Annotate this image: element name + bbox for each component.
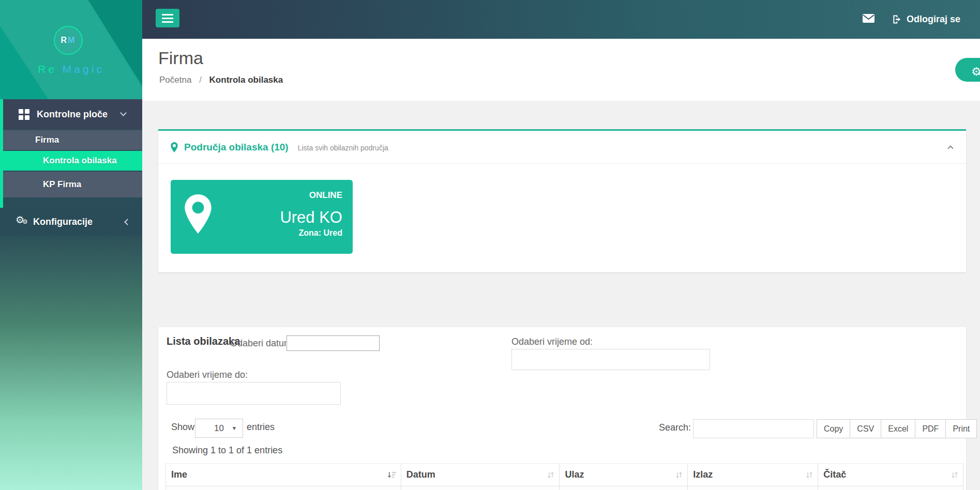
logo-block: R M Re Magic	[0, 0, 142, 99]
column-header-datum[interactable]: Datum	[401, 464, 560, 486]
area-zone: Zona: Ured	[299, 228, 342, 238]
search-label: Search:	[659, 422, 691, 433]
breadcrumb-home-link[interactable]: Početna	[159, 75, 191, 85]
gears-icon: ⚙⚙	[16, 216, 29, 227]
date-input[interactable]	[287, 335, 380, 351]
caret-down-icon: ▼	[232, 425, 237, 431]
sidebar-item-label: Kontrola obilaska	[43, 156, 117, 166]
time-to-input[interactable]	[167, 382, 341, 405]
collapse-chevron-up-icon[interactable]	[947, 145, 953, 151]
sidebar-item-label: Konfiguracije	[33, 217, 93, 227]
logout-button[interactable]: Odlogiraj se	[892, 14, 960, 25]
search-input[interactable]	[693, 419, 814, 438]
breadcrumb-separator: /	[199, 75, 202, 85]
export-button-group: Copy CSV Excel PDF Print	[817, 419, 977, 438]
visits-table: Ime Datum Ulaz	[165, 463, 963, 490]
envelope-icon	[863, 14, 875, 23]
areas-panel: Područja obilaska (10) Lista svih obilaz…	[158, 129, 966, 272]
logout-label: Odlogiraj se	[907, 14, 960, 25]
page-size-value: 10	[214, 423, 224, 434]
sidebar-item-firma[interactable]: Firma	[3, 130, 142, 150]
map-marker-icon	[171, 142, 178, 152]
sign-out-icon	[892, 14, 902, 24]
areas-panel-title: Područja obilaska (10)	[184, 142, 289, 153]
messages-icon[interactable]	[863, 14, 875, 25]
breadcrumb: Početna / Kontrola obilaska	[159, 75, 283, 85]
sidebar-item-label: KP Firma	[43, 179, 81, 190]
area-card-ured-ko[interactable]: ONLINE Ured KO Zona: Ured	[171, 180, 353, 254]
pdf-button[interactable]: PDF	[915, 419, 946, 438]
map-marker-icon	[184, 194, 212, 234]
sort-both-icon	[547, 471, 555, 482]
sidebar-item-kontrolne-ploce[interactable]: Kontrolne ploče	[3, 99, 142, 129]
dashboard-grid-icon	[19, 109, 29, 120]
table-header-row: Ime Datum Ulaz	[166, 464, 963, 486]
sidebar-item-label: Kontrolne ploče	[37, 109, 108, 120]
areas-panel-header: Područja obilaska (10) Lista svih obilaz…	[158, 131, 966, 164]
excel-button[interactable]: Excel	[881, 419, 915, 438]
content-header: Firma Početna / Kontrola obilaska ⚙⚙	[142, 39, 980, 101]
sidebar-item-label: Firma	[35, 135, 59, 145]
areas-panel-subtitle: Lista svih obilaznih područja	[298, 142, 388, 152]
logo-initial-m: M	[68, 36, 76, 45]
chevron-down-icon	[120, 110, 127, 116]
column-header-ulaz[interactable]: Ulaz	[560, 464, 688, 486]
sort-both-icon	[951, 471, 959, 482]
copy-button[interactable]: Copy	[817, 419, 850, 438]
print-button[interactable]: Print	[945, 419, 977, 438]
sort-both-icon	[805, 471, 813, 482]
page-size-select[interactable]: 10 ▼	[195, 419, 243, 438]
column-header-citac[interactable]: Čitač	[818, 464, 963, 486]
entries-label: entries	[247, 422, 275, 433]
showing-entries-status: Showing 1 to 1 of 1 entries	[172, 445, 282, 456]
topbar-actions: Odlogiraj se	[863, 0, 960, 39]
topbar: Odlogiraj se	[142, 0, 980, 39]
breadcrumb-current: Kontrola obilaska	[209, 75, 283, 85]
brand-name: Re Magic	[0, 63, 142, 75]
page-title: Firma	[158, 48, 203, 68]
sidebar-item-konfiguracije[interactable]: ⚙⚙ Konfiguracije	[0, 208, 142, 236]
sidebar-item-kontrola-obilaska-active[interactable]: Kontrola obilaska	[3, 151, 142, 171]
chevron-left-icon	[124, 219, 131, 225]
app-screen: R M Re Magic Kontrolne ploče Firma Kontr…	[0, 0, 980, 490]
sort-desc-icon	[387, 471, 397, 482]
visits-list-title: Lista obilazaka	[167, 335, 240, 347]
status-badge: ONLINE	[309, 190, 342, 201]
area-name: Ured KO	[280, 208, 342, 227]
show-label: Show	[171, 422, 194, 433]
sidebar: R M Re Magic Kontrolne ploče Firma Kontr…	[0, 0, 142, 490]
sidebar-item-kp-firma[interactable]: KP Firma	[3, 172, 142, 197]
time-to-label: Odaberi vrijeme do:	[167, 370, 248, 380]
logo-badge: R M	[54, 26, 83, 55]
time-from-input[interactable]	[511, 349, 710, 370]
csv-button[interactable]: CSV	[850, 419, 881, 438]
time-from-label: Odaberi vrijeme od:	[511, 336, 593, 347]
sort-both-icon	[675, 471, 683, 482]
column-header-ime[interactable]: Ime	[166, 464, 401, 486]
visits-list-panel: Lista obilazaka Odaberi datum: Odaberi v…	[158, 327, 966, 490]
logo-initial-r: R	[61, 36, 68, 45]
sidebar-toggle-button[interactable]	[156, 9, 179, 27]
table-row[interactable]	[166, 486, 963, 490]
column-header-izlaz[interactable]: Izlaz	[688, 464, 818, 486]
page-settings-button[interactable]: ⚙⚙	[955, 58, 980, 82]
date-label: Odaberi datum:	[230, 338, 294, 349]
